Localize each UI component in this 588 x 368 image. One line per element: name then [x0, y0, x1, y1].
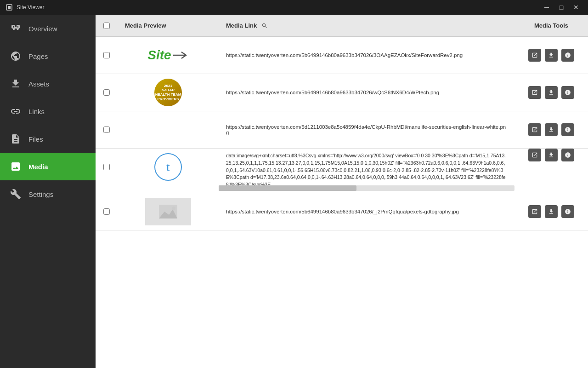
table-row: t data:image/svg+xml;charset=utf8,%3Csvg… — [96, 149, 588, 193]
sidebar-label-overview: Overview — [28, 25, 57, 33]
download-button[interactable] — [545, 49, 558, 62]
row-1-preview: Site — [118, 37, 219, 74]
globe-icon — [9, 50, 22, 63]
sidebar-item-links[interactable]: Links — [0, 98, 96, 125]
row-2-preview: 20215-STARHEALTH TEAMPROVIDERS — [118, 74, 219, 111]
binoculars-icon — [9, 22, 22, 35]
wp-badge-image: 20215-STARHEALTH TEAMPROVIDERS — [154, 79, 182, 106]
row-5-link: https://static.twentyoverten.com/5b64991… — [219, 205, 514, 218]
open-button[interactable] — [528, 49, 541, 62]
info-button[interactable] — [561, 149, 574, 161]
row-1-link: https://static.twentyoverten.com/5b64991… — [219, 49, 514, 62]
row-4-check — [96, 149, 118, 185]
row-3-preview — [118, 111, 219, 148]
table-row: Site https://static.twentyoverten.com/5b… — [96, 37, 588, 74]
sidebar-label-files: Files — [28, 135, 43, 143]
sidebar: Overview Pages Assets Links Files — [0, 15, 96, 368]
open-button[interactable] — [528, 86, 541, 99]
app-body: Overview Pages Assets Links Files — [0, 15, 588, 368]
row-2-check — [96, 74, 118, 111]
table-row: https://static.twentyoverten.com/5d12110… — [96, 111, 588, 149]
row-5-tools — [514, 205, 588, 218]
row-5-preview — [118, 193, 219, 230]
info-button[interactable] — [561, 86, 574, 99]
sidebar-item-overview[interactable]: Overview — [0, 15, 96, 42]
row-5-check — [96, 193, 118, 230]
select-all-checkbox[interactable] — [103, 23, 110, 29]
sidebar-label-pages: Pages — [28, 52, 48, 60]
minimize-button[interactable]: ─ — [540, 1, 553, 14]
row-3-tools — [514, 123, 588, 136]
export-icon — [9, 77, 22, 90]
table-row: https://static.twentyoverten.com/5b64991… — [96, 193, 588, 230]
site-logo-arrow-svg — [172, 50, 189, 61]
content-area: Media Preview Media Link Media Tools — [96, 15, 588, 368]
header-tools: Media Tools — [514, 22, 588, 29]
open-button[interactable] — [528, 149, 541, 161]
sidebar-item-settings[interactable]: Settings — [0, 180, 96, 208]
svg-point-5 — [172, 207, 175, 210]
row-4-link: data:image/svg+xml;charset=utf8,%3Csvg x… — [219, 149, 514, 185]
row-4-tools — [514, 149, 588, 161]
row-2-link: https://static.twentyoverten.com/5b64991… — [219, 86, 514, 99]
close-button[interactable]: ✕ — [570, 1, 582, 14]
download-button[interactable] — [545, 205, 558, 218]
table-header: Media Preview Media Link Media Tools — [96, 15, 588, 37]
link-icon — [9, 105, 22, 118]
titlebar: Site Viewer ─ □ ✕ — [0, 0, 588, 15]
tools-column-label: Media Tools — [534, 22, 568, 29]
app-title: Site Viewer — [17, 4, 537, 11]
row-5-checkbox[interactable] — [103, 208, 110, 215]
preview-column-label: Media Preview — [125, 22, 166, 29]
photo-placeholder-image — [145, 198, 191, 225]
search-button[interactable] — [260, 22, 269, 30]
header-check-col — [96, 23, 118, 29]
row-3-link: https://static.twentyoverten.com/5d12110… — [219, 121, 514, 139]
scrollbar-thumb — [219, 185, 356, 191]
table-row: 20215-STARHEALTH TEAMPROVIDERS https://s… — [96, 74, 588, 111]
download-button[interactable] — [545, 149, 558, 161]
app-icon — [6, 4, 13, 11]
sidebar-label-media: Media — [28, 163, 48, 171]
row-2-checkbox[interactable] — [103, 89, 110, 96]
horizontal-scrollbar[interactable] — [219, 185, 514, 191]
row-3-checkbox[interactable] — [103, 126, 110, 133]
wrench-icon — [9, 188, 22, 201]
link-column-label: Media Link — [226, 22, 257, 29]
download-button[interactable] — [545, 86, 558, 99]
site-logo-image: Site — [147, 48, 188, 63]
row-4-checkbox[interactable] — [103, 164, 110, 170]
header-link: Media Link — [219, 22, 514, 30]
sidebar-label-links: Links — [28, 108, 45, 115]
info-button[interactable] — [561, 123, 574, 136]
image-icon — [9, 160, 22, 173]
download-button[interactable] — [545, 123, 558, 136]
row-1-checkbox[interactable] — [103, 52, 110, 58]
info-button[interactable] — [561, 205, 574, 218]
row-2-tools — [514, 86, 588, 99]
row-1-check — [96, 37, 118, 74]
file-icon — [9, 132, 22, 145]
sidebar-label-settings: Settings — [28, 190, 53, 198]
sidebar-item-media[interactable]: Media — [0, 153, 96, 180]
open-button[interactable] — [528, 123, 541, 136]
header-preview: Media Preview — [118, 22, 219, 29]
table-body: Site https://static.twentyoverten.com/5b… — [96, 37, 588, 368]
svg-rect-1 — [8, 6, 11, 9]
sidebar-item-pages[interactable]: Pages — [0, 42, 96, 70]
sidebar-label-assets: Assets — [28, 80, 49, 88]
row-1-tools — [514, 49, 588, 62]
window-controls: ─ □ ✕ — [540, 1, 582, 14]
t-logo-image: t — [154, 153, 182, 181]
open-button[interactable] — [528, 205, 541, 218]
sidebar-item-assets[interactable]: Assets — [0, 70, 96, 98]
sidebar-item-files[interactable]: Files — [0, 125, 96, 153]
maximize-button[interactable]: □ — [555, 1, 568, 14]
row-4-preview: t — [118, 149, 219, 185]
info-button[interactable] — [561, 49, 574, 62]
row-3-check — [96, 111, 118, 148]
